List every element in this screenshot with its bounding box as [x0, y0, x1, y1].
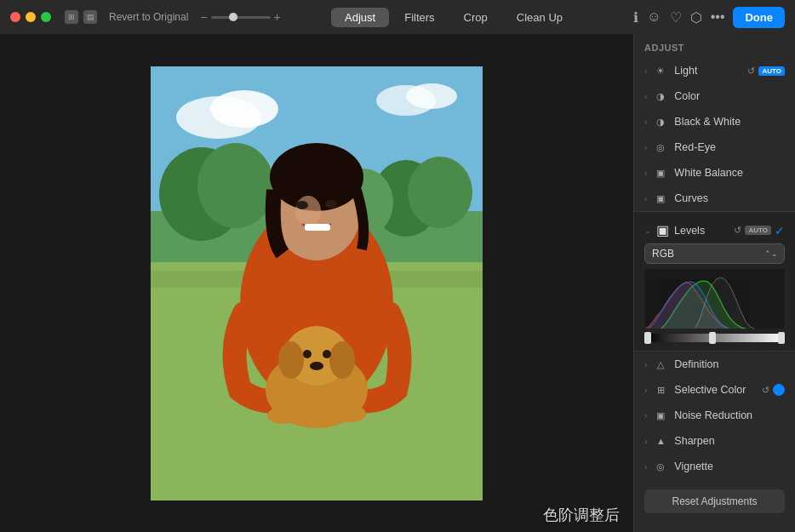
- curves-label: Curves: [674, 192, 708, 204]
- color-icon: ◑: [654, 89, 667, 103]
- levels-mid-handle[interactable]: [709, 332, 716, 344]
- levels-revert-icon[interactable]: ↺: [734, 225, 741, 236]
- more-icon[interactable]: •••: [711, 9, 725, 25]
- svg-point-25: [329, 341, 355, 379]
- close-button[interactable]: [10, 12, 20, 22]
- main-area: 色阶调整后 ADJUST › ☀ Light ↺ AUTO › ◑ Color: [0, 34, 795, 532]
- revert-button[interactable]: Revert to Original: [109, 11, 188, 23]
- svg-point-28: [310, 362, 323, 370]
- blackwhite-icon: ◑: [654, 115, 667, 129]
- sidebar-item-selective-color[interactable]: › ⊞ Selective Color ↺: [634, 377, 795, 403]
- svg-point-29: [267, 407, 298, 424]
- svg-point-4: [406, 83, 457, 109]
- sidebar-item-blackwhite[interactable]: › ◑ Black & White: [634, 109, 795, 134]
- levels-section: ⌄ ▣ Levels ↺ AUTO ✓ RGB Red Green B: [634, 211, 795, 352]
- zoom-control: − +: [200, 10, 280, 24]
- sidebar-item-light[interactable]: › ☀ Light ↺ AUTO: [634, 58, 795, 83]
- svg-point-18: [295, 196, 321, 226]
- levels-icon: ▣: [656, 222, 669, 238]
- sidebar-item-color[interactable]: › ◑ Color: [634, 83, 795, 109]
- adjust-header: ADJUST: [634, 34, 795, 58]
- sidebar-item-sharpen[interactable]: › ▲ Sharpen: [634, 428, 795, 454]
- reset-adjustments-button[interactable]: Reset Adjustments: [644, 489, 785, 513]
- levels-check-icon[interactable]: ✓: [775, 224, 785, 237]
- levels-highlight-handle[interactable]: [778, 332, 785, 344]
- emoji-icon[interactable]: ☺: [647, 9, 661, 25]
- photo-scene: [151, 66, 483, 501]
- svg-point-2: [210, 90, 278, 128]
- sidebar-item-curves[interactable]: › ▣ Curves: [634, 186, 795, 211]
- sidebar-item-whitebalance[interactable]: › ▣ White Balance: [634, 160, 795, 186]
- svg-point-9: [408, 157, 472, 228]
- levels-shadow-handle[interactable]: [644, 332, 651, 344]
- svg-point-17: [272, 146, 361, 200]
- light-revert-icon[interactable]: ↺: [747, 66, 755, 77]
- levels-auto-badge[interactable]: AUTO: [745, 226, 771, 235]
- reset-btn-container: Reset Adjustments: [634, 479, 795, 523]
- selective-color-label: Selective Color: [674, 384, 746, 396]
- zoom-slider[interactable]: [211, 16, 271, 19]
- chevron-right-icon: ›: [644, 66, 647, 76]
- vignette-label: Vignette: [674, 460, 713, 472]
- zoom-in-button[interactable]: +: [274, 10, 281, 24]
- definition-icon: △: [654, 358, 667, 371]
- zoom-thumb[interactable]: [229, 13, 237, 21]
- sidebar-item-vignette[interactable]: › ◎ Vignette: [634, 454, 795, 479]
- levels-gradient-slider[interactable]: [644, 334, 785, 342]
- info-icon[interactable]: ℹ: [633, 9, 638, 26]
- titlebar: ⊞ ▤ Revert to Original − + Adjust Filter…: [0, 0, 795, 34]
- curves-icon: ▣: [654, 192, 667, 205]
- rgb-select-wrapper[interactable]: RGB Red Green Blue Luminance: [644, 243, 785, 264]
- sidebar-item-redeye[interactable]: › ◎ Red-Eye: [634, 134, 795, 160]
- right-panel: ADJUST › ☀ Light ↺ AUTO › ◑ Color ›: [633, 34, 795, 532]
- whitebalance-icon: ▣: [654, 166, 667, 180]
- sidebar-item-noise-reduction[interactable]: › ▣ Noise Reduction: [634, 403, 795, 428]
- light-right-icons: ↺ AUTO: [747, 66, 785, 77]
- blackwhite-label: Black & White: [674, 116, 741, 128]
- histogram-svg: [644, 269, 785, 329]
- fullscreen-button[interactable]: [41, 12, 51, 22]
- whitebalance-label: White Balance: [674, 167, 743, 179]
- svg-point-27: [323, 350, 331, 358]
- panel-scroll[interactable]: › ☀ Light ↺ AUTO › ◑ Color › ◑ Black & W…: [634, 58, 795, 532]
- levels-right-icons: ↺ AUTO ✓: [734, 224, 785, 237]
- redeye-label: Red-Eye: [674, 141, 716, 153]
- window-controls: ⊞ ▤: [65, 10, 97, 24]
- light-label: Light: [674, 65, 697, 77]
- light-auto-badge[interactable]: AUTO: [758, 66, 785, 76]
- sidebar-item-definition[interactable]: › △ Definition: [634, 352, 795, 377]
- tab-cleanup[interactable]: Clean Up: [503, 8, 576, 27]
- heart-icon[interactable]: ♡: [670, 9, 682, 26]
- selective-color-icon: ⊞: [654, 383, 667, 397]
- photo-container: [151, 66, 483, 501]
- chevron-right-icon: ›: [644, 92, 647, 101]
- chevron-right-icon: ›: [644, 360, 647, 369]
- chevron-right-icon: ›: [644, 411, 647, 420]
- sharpen-icon: ▲: [654, 434, 667, 448]
- definition-label: Definition: [674, 358, 718, 370]
- noise-reduction-label: Noise Reduction: [674, 409, 752, 421]
- zoom-out-button[interactable]: −: [200, 10, 207, 24]
- selective-color-revert-icon[interactable]: ↺: [762, 385, 769, 396]
- filmstrip-button[interactable]: ▤: [83, 10, 97, 24]
- rgb-select[interactable]: RGB Red Green Blue Luminance: [644, 243, 785, 264]
- chevron-down-icon: ⌄: [644, 226, 651, 235]
- grid-view-button[interactable]: ⊞: [65, 10, 78, 24]
- chevron-right-icon: ›: [644, 143, 647, 152]
- selective-color-right-icons: ↺: [762, 384, 785, 396]
- selective-color-circle-icon[interactable]: [773, 384, 785, 396]
- minimize-button[interactable]: [26, 12, 36, 22]
- traffic-lights: [10, 12, 51, 22]
- color-label: Color: [674, 90, 700, 102]
- tab-adjust[interactable]: Adjust: [331, 8, 389, 27]
- done-button[interactable]: Done: [733, 7, 785, 28]
- levels-header[interactable]: ⌄ ▣ Levels ↺ AUTO ✓: [634, 217, 795, 243]
- svg-point-30: [335, 405, 366, 422]
- histogram: [644, 269, 785, 329]
- share-icon[interactable]: ⬡: [690, 9, 702, 26]
- tab-filters[interactable]: Filters: [391, 8, 448, 27]
- noise-reduction-icon: ▣: [654, 409, 667, 422]
- redeye-icon: ◎: [654, 140, 667, 154]
- tab-crop[interactable]: Crop: [450, 8, 501, 27]
- chevron-right-icon: ›: [644, 437, 647, 446]
